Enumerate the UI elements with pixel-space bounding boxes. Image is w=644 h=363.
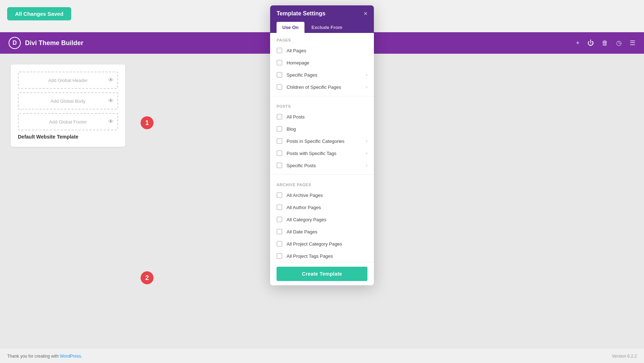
menu-item-all-project-category-pages[interactable]: All Project Category Pages bbox=[270, 238, 374, 250]
history-icon[interactable]: ◷ bbox=[616, 39, 622, 47]
template-card: Add Global Header 👁 Add Global Body 👁 Ad… bbox=[11, 64, 125, 147]
power-icon[interactable]: ⏻ bbox=[587, 39, 594, 47]
posts-section-label: Posts bbox=[270, 99, 374, 111]
checkbox-children-specific-pages[interactable] bbox=[277, 84, 282, 90]
eye-icon-body[interactable]: 👁 bbox=[108, 98, 114, 104]
template-settings-modal: Template Settings × Use On Exclude From … bbox=[270, 5, 374, 285]
menu-item-all-category-pages[interactable]: All Category Pages bbox=[270, 213, 374, 226]
menu-item-all-author-pages[interactable]: All Author Pages bbox=[270, 201, 374, 213]
archive-section-label: Archive Pages bbox=[270, 178, 374, 189]
checkbox-posts-specific-categories[interactable] bbox=[277, 138, 282, 144]
create-template-button[interactable]: Create Template bbox=[277, 267, 367, 281]
chevron-posts-specific-tags: › bbox=[366, 151, 367, 156]
label-specific-pages: Specific Pages bbox=[287, 72, 364, 78]
checkbox-blog[interactable] bbox=[277, 126, 282, 132]
menu-item-children-specific-pages[interactable]: Children of Specific Pages › bbox=[270, 81, 374, 93]
label-all-project-tags-pages: All Project Tags Pages bbox=[287, 253, 367, 259]
bottom-bar: Thank you for creating with WordPress. V… bbox=[0, 349, 644, 363]
pages-section-label: Pages bbox=[270, 33, 374, 44]
global-footer-row[interactable]: Add Global Footer 👁 bbox=[18, 113, 118, 130]
menu-item-all-archive-pages[interactable]: All Archive Pages bbox=[270, 189, 374, 201]
label-blog: Blog bbox=[287, 126, 367, 132]
checkbox-all-project-category-pages[interactable] bbox=[277, 241, 282, 247]
modal-close-button[interactable]: × bbox=[364, 10, 367, 17]
divider-1 bbox=[270, 96, 374, 96]
checkbox-all-posts[interactable] bbox=[277, 114, 282, 120]
label-all-pages: All Pages bbox=[287, 48, 367, 53]
menu-item-posts-specific-tags[interactable]: Posts with Specific Tags › bbox=[270, 147, 374, 159]
checkbox-all-author-pages[interactable] bbox=[277, 204, 282, 210]
add-icon[interactable]: + bbox=[576, 39, 580, 47]
global-header-label: Add Global Header bbox=[48, 78, 88, 83]
label-all-archive-pages: All Archive Pages bbox=[287, 193, 367, 198]
chevron-children-specific-pages: › bbox=[366, 84, 367, 89]
label-all-author-pages: All Author Pages bbox=[287, 205, 367, 210]
label-all-date-pages: All Date Pages bbox=[287, 229, 367, 234]
global-body-row[interactable]: Add Global Body 👁 bbox=[18, 92, 118, 110]
checkbox-homepage[interactable] bbox=[277, 60, 282, 66]
footer-version: Version 6.2.2 bbox=[612, 354, 637, 359]
divi-logo: D bbox=[9, 37, 21, 49]
global-body-label: Add Global Body bbox=[50, 98, 86, 104]
saved-badge: All Changes Saved bbox=[7, 7, 71, 20]
menu-item-all-posts[interactable]: All Posts bbox=[270, 111, 374, 123]
modal-header: Template Settings × bbox=[270, 5, 374, 22]
step-badge-1: 1 bbox=[141, 116, 153, 129]
trash-icon[interactable]: 🗑 bbox=[602, 39, 608, 47]
step-badge-2: 2 bbox=[141, 271, 153, 284]
menu-item-all-pages[interactable]: All Pages bbox=[270, 44, 374, 57]
menu-item-blog[interactable]: Blog bbox=[270, 123, 374, 135]
label-specific-posts: Specific Posts bbox=[287, 163, 364, 168]
menu-item-all-project-tags-pages[interactable]: All Project Tags Pages bbox=[270, 250, 374, 262]
eye-icon-header[interactable]: 👁 bbox=[108, 77, 114, 83]
template-name: Default Website Template bbox=[18, 134, 118, 140]
label-all-project-category-pages: All Project Category Pages bbox=[287, 241, 367, 247]
wordpress-link[interactable]: WordPress bbox=[60, 354, 81, 359]
label-all-category-pages: All Category Pages bbox=[287, 217, 367, 222]
global-header-row[interactable]: Add Global Header 👁 bbox=[18, 72, 118, 89]
label-homepage: Homepage bbox=[287, 60, 367, 66]
tab-exclude-from[interactable]: Exclude From bbox=[306, 22, 348, 33]
checkbox-specific-pages[interactable] bbox=[277, 72, 282, 78]
checkbox-all-archive-pages[interactable] bbox=[277, 192, 282, 198]
footer-left: Thank you for creating with WordPress. bbox=[7, 354, 82, 359]
header-actions: + ⏻ 🗑 ◷ ☰ bbox=[576, 39, 635, 47]
checkbox-all-pages[interactable] bbox=[277, 48, 282, 53]
checkbox-all-project-tags-pages[interactable] bbox=[277, 253, 282, 259]
checkbox-all-date-pages[interactable] bbox=[277, 229, 282, 234]
modal-body[interactable]: Pages All Pages Homepage Specific Pages … bbox=[270, 33, 374, 262]
menu-item-homepage[interactable]: Homepage bbox=[270, 57, 374, 69]
menu-item-specific-pages[interactable]: Specific Pages › bbox=[270, 69, 374, 81]
global-footer-label: Add Global Footer bbox=[49, 119, 87, 125]
chevron-specific-pages: › bbox=[366, 72, 367, 77]
settings-icon[interactable]: ☰ bbox=[630, 39, 635, 47]
eye-icon-footer[interactable]: 👁 bbox=[108, 118, 114, 125]
thank-you-text: Thank you for creating with bbox=[7, 354, 60, 359]
checkbox-posts-specific-tags[interactable] bbox=[277, 150, 282, 156]
modal-footer: Create Template bbox=[270, 262, 374, 285]
menu-item-specific-posts[interactable]: Specific Posts › bbox=[270, 159, 374, 171]
chevron-specific-posts: › bbox=[366, 163, 367, 168]
menu-item-all-date-pages[interactable]: All Date Pages bbox=[270, 226, 374, 238]
tab-use-on[interactable]: Use On bbox=[277, 22, 304, 33]
label-posts-specific-categories: Posts in Specific Categories bbox=[287, 139, 364, 144]
menu-item-posts-specific-categories[interactable]: Posts in Specific Categories › bbox=[270, 135, 374, 147]
checkbox-specific-posts[interactable] bbox=[277, 163, 282, 168]
modal-title: Template Settings bbox=[277, 10, 326, 17]
checkbox-all-category-pages[interactable] bbox=[277, 217, 282, 222]
label-all-posts: All Posts bbox=[287, 114, 367, 120]
chevron-posts-specific-categories: › bbox=[366, 139, 367, 144]
label-children-specific-pages: Children of Specific Pages bbox=[287, 84, 364, 90]
divider-2 bbox=[270, 174, 374, 175]
label-posts-specific-tags: Posts with Specific Tags bbox=[287, 151, 364, 156]
modal-tabs: Use On Exclude From bbox=[270, 22, 374, 33]
